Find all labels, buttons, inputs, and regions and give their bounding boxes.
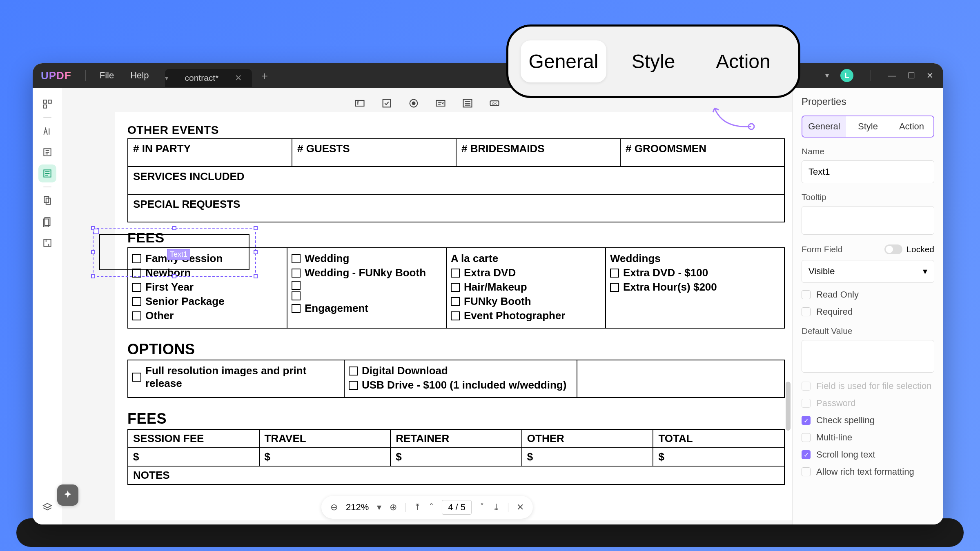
checkbox-item[interactable] [292,281,442,290]
pdf-document[interactable]: OTHER EVENTS # IN PARTY # GUESTS # BRIDE… [115,112,792,520]
scrollbar-vertical[interactable] [786,382,791,431]
visibility-select[interactable]: Visible ▾ [802,260,934,283]
checkbox-item[interactable]: Wedding - FUNky Booth [292,267,442,279]
checkbox-item[interactable] [292,291,442,300]
checkbox-icon[interactable] [802,290,811,299]
menu-help[interactable]: Help [122,70,157,81]
table-cell: $ [653,448,784,466]
checkbox-icon[interactable] [349,381,358,390]
close-icon[interactable]: ✕ [927,71,933,80]
zoom-in-icon[interactable]: ⊕ [390,502,397,513]
checkbox-icon[interactable]: ✓ [802,416,811,425]
checkbox-icon[interactable] [802,433,811,442]
edit-tool-icon[interactable] [38,143,56,161]
checkbox-icon[interactable] [132,297,141,306]
new-tab-button[interactable]: ＋ [259,69,270,83]
checkbox-icon[interactable] [292,304,301,313]
last-page-icon[interactable]: ⤓ [492,502,500,513]
zoom-out-icon[interactable]: ⊖ [330,502,338,513]
checkbox-item[interactable]: Event Photographer [451,309,601,322]
checkbox-icon[interactable] [451,297,460,306]
checkbox-item[interactable]: Engagement [292,302,442,315]
checkbox-icon[interactable] [292,254,301,263]
workspace: OK OTHER EVENTS # IN PARTY # GUESTS # BR… [33,88,943,524]
checkbox-item[interactable]: Digital Download [349,364,572,377]
tab-general[interactable]: General [802,116,846,137]
checkbox-icon[interactable] [132,283,141,292]
checkbox-label: Wedding [305,252,349,265]
first-page-icon[interactable]: ⤒ [414,502,421,513]
minimize-icon[interactable]: — [888,71,896,80]
callout-tab-style: Style [610,40,696,82]
text-field-tool-icon[interactable] [352,95,368,111]
name-field[interactable] [802,160,934,183]
checkbox-item[interactable]: FUNky Booth [451,295,601,308]
selected-form-field[interactable]: Text1 [93,228,256,277]
checkbox-label: Required [816,307,853,317]
checkbox-icon[interactable] [292,269,301,278]
thumbnail-tool-icon[interactable] [38,95,56,113]
form-tool-icon[interactable] [38,164,56,182]
tab-action[interactable]: Action [890,116,933,137]
document-tab[interactable]: ▾ contract* ✕ [165,69,252,87]
close-tab-icon[interactable]: ✕ [235,73,242,83]
zoom-dropdown-icon[interactable]: ▾ [377,502,381,513]
checkbox-icon[interactable] [451,283,460,292]
checkbox-icon[interactable] [292,291,301,300]
checkbox-icon[interactable] [451,311,460,320]
checkbox-item[interactable]: USB Drive - $100 (1 included w/wedding) [349,379,572,391]
multiline-checkbox[interactable]: Multi-line [802,432,934,443]
tab-style[interactable]: Style [846,116,890,137]
layers-icon[interactable] [38,498,56,516]
avatar[interactable]: L [840,69,853,82]
checkbox-icon[interactable] [802,307,811,316]
ai-assistant-icon[interactable] [57,484,78,506]
checkbox-item[interactable]: First Year [132,281,283,293]
default-value-field[interactable] [802,340,934,373]
listbox-tool-icon[interactable] [459,95,476,111]
scroll-text-checkbox[interactable]: ✓Scroll long text [802,449,934,460]
checkbox-item[interactable]: Hair/Makeup [451,281,601,293]
separator [405,503,405,512]
checkbox-item[interactable]: Extra DVD - $100 [610,267,780,279]
checkbox-item[interactable]: Other [132,309,283,322]
close-bar-icon[interactable]: ✕ [517,502,524,513]
dropdown-tool-icon[interactable] [432,95,449,111]
button-tool-icon[interactable]: OK [486,95,503,111]
next-page-icon[interactable]: ˅ [480,502,484,513]
richtext-checkbox[interactable]: Allow rich text formatting [802,467,934,477]
compress-tool-icon[interactable] [38,234,56,252]
chevron-down-icon[interactable]: ▾ [825,71,829,80]
checkbox-icon[interactable] [610,269,619,278]
organize-tool-icon[interactable] [38,191,56,209]
checkbox-icon[interactable] [132,373,141,382]
checkbox-icon[interactable] [349,367,358,375]
app-window: UPDF File Help ▾ contract* ✕ ＋ ▾ L — ☐ ✕ [33,63,943,524]
pages-tool-icon[interactable] [38,213,56,231]
file-selection-checkbox: Field is used for file selection [802,381,934,391]
checkbox-icon[interactable] [802,467,811,476]
checkbox-item[interactable]: Wedding [292,252,442,265]
checkbox-icon[interactable] [610,283,619,292]
checkbox-icon[interactable] [132,311,141,320]
readonly-checkbox[interactable]: Read Only [802,289,934,300]
checkbox-tool-icon[interactable] [379,95,395,111]
checkbox-icon[interactable] [292,281,301,290]
checkbox-icon[interactable]: ✓ [802,450,811,459]
tooltip-field[interactable] [802,206,934,235]
locked-toggle[interactable] [884,244,902,254]
svg-rect-9 [44,239,51,246]
radio-tool-icon[interactable] [405,95,422,111]
prev-page-icon[interactable]: ˄ [429,502,434,513]
checkbox-item[interactable]: Senior Package [132,295,283,308]
check-spelling-checkbox[interactable]: ✓Check spelling [802,415,934,426]
checkbox-item[interactable]: Extra DVD [451,267,601,279]
required-checkbox[interactable]: Required [802,307,934,317]
menu-file[interactable]: File [91,70,122,81]
checkbox-item[interactable]: Full resolution images and print release [132,364,340,390]
maximize-icon[interactable]: ☐ [908,71,915,80]
checkbox-icon[interactable] [451,269,460,278]
checkbox-item[interactable]: Extra Hour(s) $200 [610,281,780,293]
annotate-tool-icon[interactable] [38,122,56,140]
page-indicator[interactable]: 4 / 5 [442,500,472,515]
